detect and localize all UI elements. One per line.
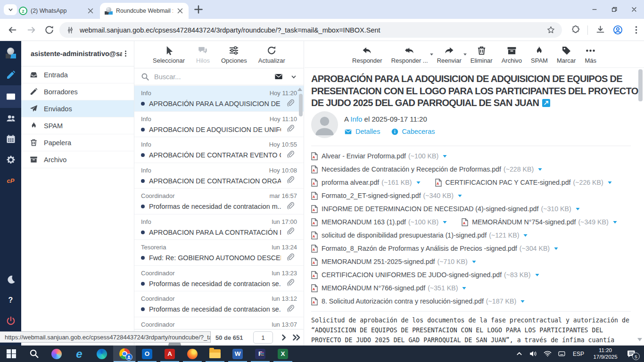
sidebar-item-entrada[interactable]: Entrada — [21, 66, 134, 83]
dropdown-caret-icon[interactable] — [463, 52, 467, 57]
attachment-menu-caret-icon[interactable] — [416, 180, 421, 185]
attachment-menu-caret-icon[interactable] — [612, 220, 618, 225]
attachment-menu-caret-icon[interactable] — [462, 286, 467, 291]
account-menu-icon[interactable] — [122, 50, 129, 57]
taskbar-start-button[interactable] — [0, 346, 23, 362]
forward-button[interactable] — [26, 25, 36, 35]
taskbar-explorer-button[interactable] — [204, 346, 226, 362]
search-options-chevron-icon[interactable] — [290, 74, 297, 80]
clock[interactable]: 11:20 17/9/2025 — [588, 347, 622, 360]
search-scope-mail-icon[interactable] — [274, 73, 283, 81]
message-list-row[interactable]: InfoHoy 11:20APROBACIÓN PARA LA ADQUISIC… — [134, 86, 304, 112]
account-header[interactable]: asistente-administrativo@sa... — [21, 41, 134, 66]
attachment-menu-caret-icon[interactable] — [537, 167, 543, 172]
taskbar-chrome-button[interactable] — [113, 346, 136, 362]
attachment-item[interactable]: ANecesidades de Contratación y Recepción… — [311, 165, 543, 173]
sidebar-item-papelera[interactable]: Papelera — [21, 134, 134, 151]
message-list-row[interactable]: Infolun 17:00APROBACION PARA LA CONTRATA… — [134, 214, 304, 240]
rail-logout-icon[interactable] — [0, 311, 21, 331]
search-input[interactable]: Buscar... — [154, 73, 274, 81]
taskbar-outlook-button[interactable]: O — [136, 346, 158, 362]
list-toolbar-refresh-button[interactable]: Actualizar — [258, 46, 285, 68]
last-page-icon[interactable] — [292, 334, 301, 341]
message-toolbar-replyall-button[interactable]: Responder ... — [391, 46, 428, 67]
bookmark-star-icon[interactable] — [546, 25, 555, 34]
touch-keyboard-icon[interactable] — [554, 350, 569, 357]
attachment-menu-caret-icon[interactable] — [471, 259, 477, 264]
browser-menu-icon[interactable] — [631, 25, 641, 35]
list-toolbar-options-button[interactable]: Opciones — [221, 46, 247, 68]
site-settings-icon[interactable] — [66, 26, 74, 34]
message-toolbar-tag-button[interactable]: Marcar — [557, 46, 576, 67]
message-toolbar-forward-button[interactable]: Reenviar — [437, 46, 462, 67]
attachment-item[interactable]: A8. Solicitud Autorización contra y reso… — [311, 297, 525, 305]
taskbar-edge-button[interactable] — [91, 346, 113, 362]
attachment-item[interactable]: AAlvear - Enviar Proforma.pdf(~100 KB) — [311, 152, 447, 160]
sidebar-item-archivo[interactable]: Archivo — [21, 151, 134, 168]
search-bar[interactable]: Buscar... — [134, 68, 304, 85]
headers-link[interactable]: Cabeceras — [402, 128, 435, 135]
rail-cpanel-icon[interactable]: cP — [0, 170, 21, 191]
attachment-item[interactable]: AMEMORÁNDUM N°754-signed.pdf(~349 KB) — [462, 218, 617, 226]
sidebar-item-spam[interactable]: SPAM — [21, 117, 134, 134]
wifi-icon[interactable] — [540, 350, 554, 357]
message-list-row[interactable]: Coordinadorlun 13:23Proformas de necesid… — [134, 266, 304, 292]
attachment-item[interactable]: ACERTIFICACION UNIFORMES DE JUDO-signed-… — [311, 271, 540, 279]
browser-tab-whatsapp[interactable]: 2 (2) WhatsApp — [14, 3, 99, 19]
message-toolbar-trash-button[interactable]: Eliminar — [471, 46, 493, 67]
next-page-icon[interactable] — [280, 334, 288, 341]
window-close-button[interactable] — [624, 0, 644, 19]
taskbar-firefox-button[interactable] — [181, 346, 204, 362]
browser-tab-roundcube[interactable]: Roundcube Webmail :: Enviados — [100, 3, 189, 19]
attachment-menu-caret-icon[interactable] — [457, 193, 462, 198]
list-scrollbar-thumb[interactable] — [299, 94, 303, 116]
extensions-icon[interactable] — [571, 25, 581, 35]
back-button[interactable] — [8, 25, 17, 35]
message-toolbar-archive-button[interactable]: Archivo — [502, 46, 522, 67]
attachment-menu-caret-icon[interactable] — [520, 299, 525, 304]
message-list-row[interactable]: InfoHoy 10:55APROBACIÓN DE CONTRATAR EVE… — [134, 137, 304, 163]
open-in-new-window-icon[interactable] — [542, 99, 550, 107]
window-minimize-button[interactable] — [585, 0, 604, 19]
sidebar-item-borradores[interactable]: Borradores — [21, 83, 134, 100]
language-indicator[interactable]: ESP — [569, 351, 588, 357]
notification-center-button[interactable]: 5 — [622, 350, 640, 358]
message-toolbar-more-button[interactable]: Más — [585, 46, 596, 67]
message-list-row[interactable]: Coordinadorlun 13:12Proformas de necesid… — [134, 291, 304, 317]
attachment-item[interactable]: AINFORME DE DETERMINACION DE NECESIDAD (… — [311, 205, 580, 213]
reload-button[interactable] — [44, 25, 54, 35]
list-toolbar-threads-button[interactable]: Hilos — [196, 46, 210, 68]
attachment-item[interactable]: ACERTIFICACION PAC Y CATE-signed.pdf(~22… — [435, 179, 612, 187]
rail-mail-icon[interactable] — [0, 85, 21, 108]
new-tab-button[interactable] — [193, 4, 204, 15]
attachment-item[interactable]: AFormato_2_ET-signed-signed.pdf(~340 KB) — [311, 192, 462, 200]
attachment-menu-caret-icon[interactable] — [575, 206, 580, 212]
attachment-item[interactable]: AMEMORANDUM 251-2025-signed.pdf(~710 KB) — [311, 258, 477, 266]
list-scroll-up-arrow[interactable] — [297, 88, 302, 91]
volume-icon[interactable] — [526, 350, 540, 357]
rail-compose-icon[interactable] — [0, 65, 21, 85]
message-list-row[interactable]: InfoHoy 11:10APROBACION DE ADQUISICION D… — [134, 112, 304, 138]
taskbar-acrobat-button[interactable]: A — [158, 346, 181, 362]
roundcube-logo-icon[interactable] — [0, 41, 21, 65]
profile-icon[interactable] — [613, 25, 623, 35]
close-tab-icon[interactable] — [87, 7, 94, 15]
attachment-menu-caret-icon[interactable] — [553, 246, 559, 251]
downloads-icon[interactable] — [595, 25, 605, 35]
taskbar-copilot-button[interactable] — [45, 346, 68, 362]
attachment-menu-caret-icon[interactable] — [523, 233, 528, 238]
message-list-row[interactable]: Coordinadormar 16:57Proformas de necesid… — [134, 189, 304, 214]
taskbar-excel-button[interactable]: X — [272, 346, 294, 362]
recipient-link[interactable]: Info — [350, 115, 362, 123]
dropdown-caret-icon[interactable] — [429, 52, 434, 57]
sidebar-item-enviados[interactable]: Enviados — [21, 100, 134, 117]
attachment-item[interactable]: Aproforma alvear.pdf(~161 KB) — [311, 179, 421, 187]
message-list-row[interactable]: InfoHoy 10:08APROBACION DE CONTRATACION … — [134, 163, 304, 189]
tray-expand-button[interactable] — [512, 350, 526, 357]
taskbar-fes-button[interactable]: F — [249, 346, 272, 362]
view-scrollbar-thumb[interactable] — [638, 69, 643, 101]
rail-settings-icon[interactable] — [0, 149, 21, 170]
attachment-item[interactable]: AFormato_8_Razón de Proformas y Análisis… — [311, 245, 559, 253]
attachment-menu-caret-icon[interactable] — [442, 154, 447, 159]
rail-help-icon[interactable]: ? — [0, 290, 21, 311]
